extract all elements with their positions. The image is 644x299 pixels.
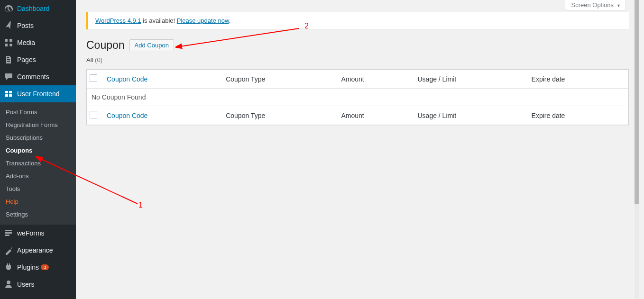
sidebar-item-user-frontend[interactable]: User Frontend [0, 85, 76, 102]
table-header-row: Coupon Code Coupon Type Amount Usage / L… [87, 70, 628, 89]
user-frontend-icon [4, 89, 13, 99]
admin-sidebar: Dashboard Posts Media Pages Comments Use… [0, 0, 76, 299]
col-usage-limit-footer: Usage / Limit [413, 106, 526, 125]
sidebar-item-label: Media [17, 39, 35, 46]
sidebar-item-dashboard[interactable]: Dashboard [0, 0, 76, 17]
sidebar-sub-add-ons[interactable]: Add-ons [0, 170, 76, 182]
forms-icon [4, 228, 13, 238]
sidebar-item-label: Users [17, 281, 35, 288]
sidebar-item-label: User Frontend [17, 90, 59, 98]
screen-options-button[interactable]: Screen Options [565, 0, 626, 10]
media-icon [4, 38, 13, 47]
scrollbar-track[interactable] [635, 0, 639, 299]
sidebar-sub-help[interactable]: Help [0, 195, 76, 208]
add-coupon-button[interactable]: Add Coupon [129, 39, 174, 51]
sidebar-item-comments[interactable]: Comments [0, 68, 76, 85]
sidebar-item-plugins[interactable]: Plugins 3 [0, 259, 76, 276]
filter-all[interactable]: All [86, 56, 93, 63]
sidebar-item-label: Pages [17, 56, 36, 63]
col-expire-date-footer: Expire date [527, 106, 628, 125]
sidebar-item-pages[interactable]: Pages [0, 51, 76, 68]
appearance-icon [4, 245, 13, 255]
col-coupon-type: Coupon Type [221, 70, 336, 89]
notice-text: is available! [141, 17, 177, 24]
page-header: Coupon Add Coupon [86, 39, 629, 52]
comments-icon [4, 72, 13, 82]
update-notice: WordPress 4.9.1 is available! Please upd… [86, 12, 629, 29]
sidebar-item-label: Comments [17, 73, 49, 81]
sidebar-sub-post-forms[interactable]: Post Forms [0, 106, 76, 118]
col-amount: Amount [336, 70, 413, 89]
update-now-link[interactable]: Please update now [177, 17, 229, 24]
screen-options-label: Screen Options [571, 1, 614, 9]
table-footer-row: Coupon Code Coupon Type Amount Usage / L… [87, 106, 628, 125]
sidebar-item-media[interactable]: Media [0, 34, 76, 51]
empty-message: No Coupon Found [87, 89, 628, 106]
sidebar-sub-registration-forms[interactable]: Registration Forms [0, 118, 76, 131]
col-coupon-code[interactable]: Coupon Code [107, 75, 147, 83]
col-usage-limit: Usage / Limit [413, 70, 526, 89]
select-all-checkbox[interactable] [90, 74, 97, 82]
col-coupon-type-footer: Coupon Type [221, 106, 336, 125]
select-all-checkbox-footer[interactable] [90, 111, 97, 118]
scrollbar-thumb[interactable] [635, 0, 639, 204]
coupon-table: Coupon Code Coupon Type Amount Usage / L… [86, 69, 629, 125]
annotation-number-2: 2 [304, 22, 309, 30]
sidebar-submenu: Post Forms Registration Forms Subscripti… [0, 102, 76, 225]
col-amount-footer: Amount [336, 106, 413, 125]
wordpress-version-link[interactable]: WordPress 4.9.1 [95, 17, 141, 24]
col-expire-date: Expire date [527, 70, 628, 89]
update-badge: 3 [41, 264, 49, 270]
plugins-icon [4, 263, 13, 272]
users-icon [4, 280, 13, 289]
sidebar-sub-subscriptions[interactable]: Subscriptions [0, 131, 76, 144]
sidebar-item-posts[interactable]: Posts [0, 17, 76, 34]
sidebar-item-label: Posts [17, 22, 34, 29]
sidebar-item-label: weForms [17, 229, 45, 237]
sidebar-item-label: Appearance [17, 246, 53, 254]
sidebar-item-weforms[interactable]: weForms [0, 225, 76, 242]
sidebar-item-appearance[interactable]: Appearance [0, 242, 76, 259]
sidebar-item-label: Plugins [17, 263, 39, 271]
pin-icon [4, 21, 13, 30]
main-content: Screen Options WordPress 4.9.1 is availa… [76, 0, 639, 299]
sidebar-item-users[interactable]: Users [0, 276, 76, 293]
sidebar-sub-tools[interactable]: Tools [0, 182, 76, 195]
annotation-number-1: 1 [138, 201, 143, 209]
page-title: Coupon [86, 39, 125, 52]
dashboard-icon [4, 4, 13, 13]
notice-period: . [229, 17, 231, 24]
sidebar-item-label: Dashboard [17, 5, 50, 12]
filter-count: (0) [95, 56, 102, 63]
sidebar-sub-settings[interactable]: Settings [0, 208, 76, 221]
table-empty-row: No Coupon Found [87, 89, 628, 106]
filter-links: All (0) [86, 56, 629, 63]
col-coupon-code-footer[interactable]: Coupon Code [107, 112, 147, 119]
sidebar-sub-coupons[interactable]: Coupons [0, 144, 76, 157]
sidebar-sub-transactions[interactable]: Transactions [0, 157, 76, 170]
pages-icon [4, 55, 13, 64]
